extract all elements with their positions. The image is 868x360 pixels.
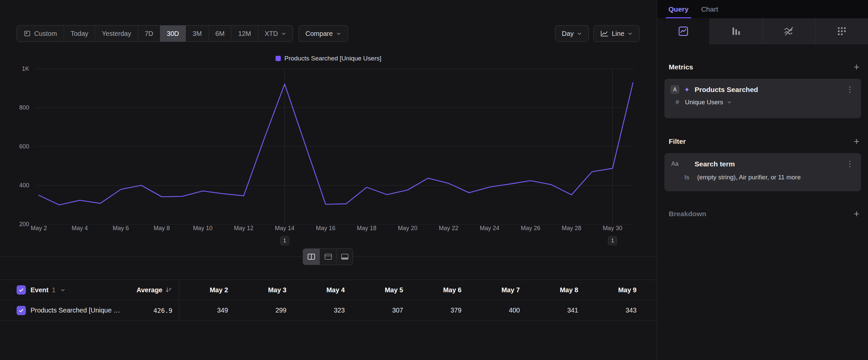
metric-card-measure-row[interactable]: # Unique Users xyxy=(671,99,855,106)
row-average-cell: 426.9 xyxy=(126,307,173,314)
column-header[interactable]: May 2 xyxy=(179,286,238,294)
chevron-down-icon xyxy=(281,31,286,36)
average-label: Average xyxy=(136,286,162,294)
tab-chart[interactable]: Chart xyxy=(696,0,723,18)
row-event-cell: Products Searched [Unique Users] xyxy=(0,306,126,315)
column-header[interactable]: May 6 xyxy=(412,286,471,294)
date-range-today[interactable]: Today xyxy=(64,26,95,41)
svg-text:May 2: May 2 xyxy=(31,225,47,231)
measure-label: Unique Users xyxy=(685,99,723,106)
analytics-app: { "colors": { "accent": "#7856ff", "line… xyxy=(0,0,868,360)
svg-text:200: 200 xyxy=(19,221,29,227)
date-range-3m[interactable]: 3M xyxy=(186,26,209,41)
breakdown-heading: Breakdown xyxy=(669,210,706,218)
check-icon xyxy=(18,307,24,313)
layout-top-button[interactable] xyxy=(320,249,336,265)
filter-section-header: Filter + xyxy=(669,134,861,149)
column-header[interactable]: May 3 xyxy=(238,286,296,294)
date-range-selector: Custom Today Yesterday 7D 30D 3M 6M 12M … xyxy=(17,25,293,42)
compare-button[interactable]: Compare xyxy=(299,25,348,42)
date-range-label: Custom xyxy=(34,30,57,37)
svg-text:May 30: May 30 xyxy=(603,225,622,231)
filter-value: (empty string), Air purifier, or 11 more xyxy=(697,174,801,181)
svg-text:May 20: May 20 xyxy=(398,225,417,231)
insights-icon xyxy=(678,26,689,37)
average-value: 426.9 xyxy=(154,307,173,314)
table-split-icon xyxy=(308,254,315,260)
svg-text:May 18: May 18 xyxy=(357,225,376,231)
metric-card-main-row: A ✦ Products Searched ⋮ xyxy=(671,84,855,95)
metrics-heading: Metrics xyxy=(669,63,693,71)
average-header-cell[interactable]: Average xyxy=(126,286,173,294)
tab-insights[interactable] xyxy=(657,18,710,44)
add-breakdown-button[interactable]: + xyxy=(852,209,861,219)
chart-controls: Day Line xyxy=(555,25,640,42)
table-header-row: Event 1 Average May 2 May 3 May 4 May 5 … xyxy=(0,280,657,300)
cell-value: 341 xyxy=(529,307,588,314)
layout-bottom-button[interactable] xyxy=(336,249,353,265)
date-range-xtd[interactable]: XTD xyxy=(258,26,293,41)
date-range-7d[interactable]: 7D xyxy=(138,26,160,41)
svg-text:May 14: May 14 xyxy=(275,225,294,231)
metrics-section-header: Metrics + xyxy=(669,60,861,74)
date-range-12m[interactable]: 12M xyxy=(231,26,258,41)
add-metric-button[interactable]: + xyxy=(852,62,861,72)
tab-query[interactable]: Query xyxy=(663,0,694,18)
add-filter-button[interactable]: + xyxy=(852,137,861,146)
column-header[interactable]: May 8 xyxy=(529,286,588,294)
tab-funnels[interactable] xyxy=(710,18,762,44)
line-chart-icon xyxy=(600,30,609,37)
svg-text:May 22: May 22 xyxy=(439,225,458,231)
table-row[interactable]: Products Searched [Unique Users] 426.9 3… xyxy=(0,300,657,321)
filter-options-kebab-icon[interactable]: ⋮ xyxy=(845,159,855,168)
filter-condition-row[interactable]: Is (empty string), Air purifier, or 11 m… xyxy=(671,174,855,181)
column-header[interactable]: May 7 xyxy=(471,286,529,294)
cell-value: 299 xyxy=(238,307,296,314)
tab-flows[interactable] xyxy=(763,18,815,44)
svg-text:May 16: May 16 xyxy=(316,225,336,231)
svg-text:1K: 1K xyxy=(22,65,29,72)
cell-value: 307 xyxy=(354,307,412,314)
sparkle-icon: ✦ xyxy=(683,86,691,94)
table-top-icon xyxy=(324,254,332,260)
report-type-tabs xyxy=(657,18,868,44)
column-header[interactable]: May 5 xyxy=(354,286,412,294)
column-header[interactable]: May 4 xyxy=(296,286,354,294)
svg-text:May 12: May 12 xyxy=(234,225,253,231)
chevron-down-icon xyxy=(336,31,341,36)
date-range-6m[interactable]: 6M xyxy=(209,26,231,41)
string-type-icon: Aa xyxy=(671,160,679,167)
tab-retention[interactable] xyxy=(815,18,868,44)
metric-name[interactable]: Products Searched xyxy=(694,86,841,94)
metric-options-kebab-icon[interactable]: ⋮ xyxy=(845,85,855,94)
flows-icon xyxy=(783,26,795,37)
date-range-30d[interactable]: 30D xyxy=(160,26,186,41)
granularity-button[interactable]: Day xyxy=(555,25,589,42)
chart-type-button[interactable]: Line xyxy=(593,25,640,42)
metric-card[interactable]: A ✦ Products Searched ⋮ # Unique Users xyxy=(664,79,861,118)
svg-text:400: 400 xyxy=(19,182,29,189)
date-range-custom[interactable]: Custom xyxy=(17,26,64,41)
event-checkbox[interactable] xyxy=(17,285,26,295)
chevron-down-icon[interactable] xyxy=(60,287,65,293)
event-header-cell: Event 1 xyxy=(0,285,126,295)
toolbar: Custom Today Yesterday 7D 30D 3M 6M 12M … xyxy=(17,25,640,42)
number-sign-icon: # xyxy=(674,99,681,106)
layout-split-button[interactable] xyxy=(303,249,320,265)
table-bottom-icon xyxy=(341,254,348,260)
svg-text:800: 800 xyxy=(19,104,29,111)
row-checkbox[interactable] xyxy=(17,306,26,315)
row-label: Products Searched [Unique Users] xyxy=(31,307,121,314)
filter-property-name[interactable]: Search term xyxy=(694,160,841,168)
sort-icon xyxy=(165,286,173,294)
chevron-down-icon xyxy=(727,100,732,105)
line-chart[interactable]: 1K80060040020011May 2May 4May 6May 8May … xyxy=(0,56,657,256)
filter-card[interactable]: Aa Search term ⋮ Is (empty string), Air … xyxy=(664,153,861,191)
cell-value: 323 xyxy=(296,307,354,314)
filter-card-main-row: Aa Search term ⋮ xyxy=(671,159,855,169)
filter-heading: Filter xyxy=(669,138,686,145)
svg-text:1: 1 xyxy=(283,238,286,244)
date-range-yesterday[interactable]: Yesterday xyxy=(95,26,137,41)
svg-text:May 4: May 4 xyxy=(72,225,88,231)
column-header[interactable]: May 9 xyxy=(588,286,646,294)
